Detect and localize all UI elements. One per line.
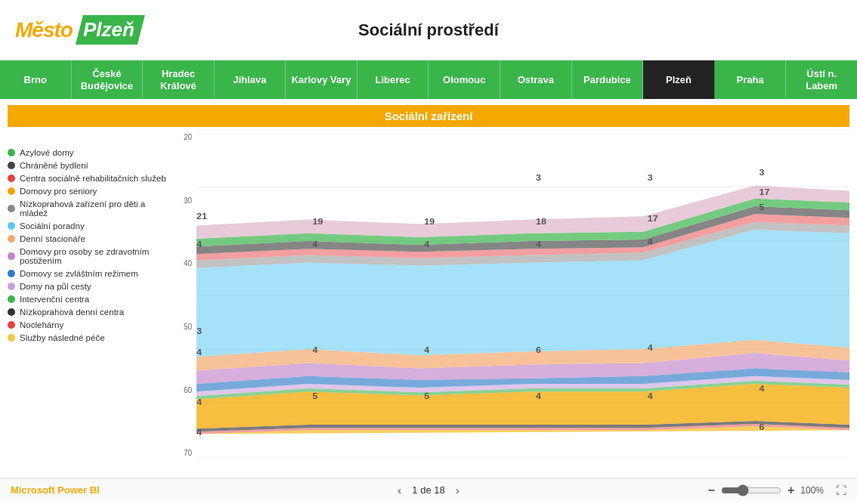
logo: Město Plzeň	[15, 15, 145, 45]
svg-text:4: 4	[196, 428, 202, 438]
legend-item: Centra sociálně rehabilitačních služeb	[8, 174, 166, 183]
page-title: Sociální prostředí	[358, 20, 499, 40]
nav-tab-ústí-n.-labem[interactable]: Ústí n. Labem	[786, 60, 857, 99]
nav-tab-plzeň[interactable]: Plzeň	[643, 60, 715, 99]
svg-text:4: 4	[312, 240, 317, 249]
zoom-slider[interactable]	[721, 484, 781, 496]
page-prev-button[interactable]: ‹	[394, 484, 404, 496]
zoom-plus-icon[interactable]: +	[787, 484, 794, 497]
chart-area: 70 60 50 40 30 20	[174, 133, 849, 472]
nav-tab-hradec-králové[interactable]: Hradec Králové	[143, 60, 215, 99]
y-axis: 70 60 50 40 30 20	[174, 133, 195, 457]
nav-tab-olomouc[interactable]: Olomouc	[428, 60, 500, 99]
legend-label: Nízkoprahová denní centra	[20, 308, 124, 317]
legend-color-dot	[8, 283, 15, 290]
legend-label: Domovy pro seniory	[20, 187, 97, 196]
svg-text:4: 4	[536, 391, 541, 401]
legend-color-dot	[8, 205, 15, 212]
legend-color-dot	[8, 308, 15, 316]
nav-tab-brno[interactable]: Brno	[0, 60, 72, 99]
svg-text:3: 3	[536, 173, 541, 183]
legend-item: Chráněné bydlení	[8, 161, 166, 170]
main-content: Sociální zařízení Azylové domyChráněné b…	[0, 99, 857, 478]
svg-text:4: 4	[536, 240, 541, 249]
legend-item: Nízkoprahová denní centra	[8, 308, 166, 317]
legend-item: Noclehárny	[8, 320, 166, 329]
expand-icon[interactable]: ⛶	[836, 484, 846, 496]
svg-text:5: 5	[760, 203, 765, 212]
legend-item: Služby následné péče	[8, 333, 166, 342]
legend-color-dot	[8, 321, 15, 329]
nav-tab-karlovy-vary[interactable]: Karlovy Vary	[286, 60, 357, 99]
svg-text:4: 4	[196, 240, 202, 249]
svg-text:4: 4	[648, 343, 653, 353]
legend-item: Intervenční centra	[8, 295, 166, 304]
page-separator: de	[420, 484, 434, 496]
legend-color-dot	[8, 222, 15, 230]
page-info: 1 de 18	[412, 484, 444, 496]
zoom-controls: − + 100% ⛶	[708, 484, 846, 497]
logo-plzen-text: Plzeň	[76, 15, 145, 45]
page-next-button[interactable]: ›	[453, 484, 463, 496]
legend-color-dot	[8, 175, 15, 182]
page-total: 18	[434, 484, 444, 496]
svg-text:5: 5	[424, 391, 429, 401]
zoom-percent: 100%	[800, 485, 824, 496]
legend-label: Domy na půl cesty	[20, 282, 91, 291]
page-nav: ‹ 1 de 18 ›	[394, 484, 462, 496]
chart-legend: Azylové domyChráněné bydleníCentra sociá…	[8, 133, 166, 472]
svg-text:4: 4	[648, 237, 653, 247]
legend-color-dot	[8, 295, 15, 303]
svg-text:3: 3	[196, 326, 202, 335]
legend-item: Domovy pro seniory	[8, 187, 166, 196]
legend-label: Nízkoprahová zařízení pro děti a mládež	[20, 199, 166, 218]
svg-text:5: 5	[312, 391, 317, 401]
legend-label: Noclehárny	[20, 320, 63, 329]
legend-label: Centra sociálně rehabilitačních služeb	[20, 174, 166, 183]
legend-label: Služby následné péče	[20, 333, 105, 342]
svg-text:18: 18	[536, 216, 546, 226]
chart-svg-wrap: 21 19 19 18 17 17 3 3 3 3 4	[196, 133, 849, 457]
nav-tab-české-budějovice[interactable]: České Budějovice	[72, 60, 144, 99]
svg-text:19: 19	[312, 216, 323, 226]
legend-label: Domovy se zvláštním režimem	[20, 269, 138, 278]
logo-mesto-text: Město	[15, 18, 73, 42]
zoom-minus-icon[interactable]: −	[708, 484, 715, 497]
nav-tab-liberec[interactable]: Liberec	[357, 60, 429, 99]
legend-color-dot	[8, 252, 15, 260]
svg-text:4: 4	[424, 345, 429, 355]
legend-item: Azylové domy	[8, 148, 166, 157]
svg-text:4: 4	[648, 391, 653, 401]
powerbi-link[interactable]: Microsoft Power BI	[11, 484, 100, 496]
svg-text:4: 4	[196, 348, 202, 357]
footer: Microsoft Power BI ‹ 1 de 18 › − + 100% …	[0, 478, 857, 502]
legend-item: Domovy pro osoby se zdravotním postižení…	[8, 247, 166, 265]
nav-tab-praha[interactable]: Praha	[715, 60, 787, 99]
svg-text:4: 4	[196, 397, 202, 407]
svg-text:17: 17	[760, 187, 770, 197]
legend-color-dot	[8, 235, 15, 243]
legend-label: Domovy pro osoby se zdravotním postižení…	[20, 247, 166, 265]
legend-label: Azylové domy	[20, 148, 74, 157]
nav-tab-pardubice[interactable]: Pardubice	[572, 60, 644, 99]
nav-tab-ostrava[interactable]: Ostrava	[500, 60, 572, 99]
legend-label: Denní stacionáře	[20, 234, 85, 243]
header: Město Plzeň Sociální prostředí	[0, 0, 857, 60]
chart-content: Azylové domyChráněné bydleníCentra sociá…	[8, 133, 849, 472]
legend-color-dot	[8, 187, 15, 195]
svg-text:17: 17	[648, 214, 658, 224]
svg-text:3: 3	[760, 168, 765, 178]
nav-tab-jihlava[interactable]: Jihlava	[215, 60, 286, 99]
svg-text:4: 4	[312, 345, 317, 355]
legend-color-dot	[8, 270, 15, 277]
svg-text:19: 19	[424, 216, 435, 226]
svg-text:4: 4	[760, 384, 765, 394]
chart-svg: 21 19 19 18 17 17 3 3 3 3 4	[196, 133, 849, 457]
legend-item: Nízkoprahová zařízení pro děti a mládež	[8, 199, 166, 218]
nav-bar: BrnoČeské BudějoviceHradec KrálovéJihlav…	[0, 60, 857, 99]
legend-color-dot	[8, 149, 15, 156]
chart-section: Sociální zařízení Azylové domyChráněné b…	[0, 99, 857, 478]
legend-item: Sociální poradny	[8, 221, 166, 230]
svg-text:4: 4	[424, 240, 429, 249]
chart-title: Sociální zařízení	[8, 105, 849, 127]
